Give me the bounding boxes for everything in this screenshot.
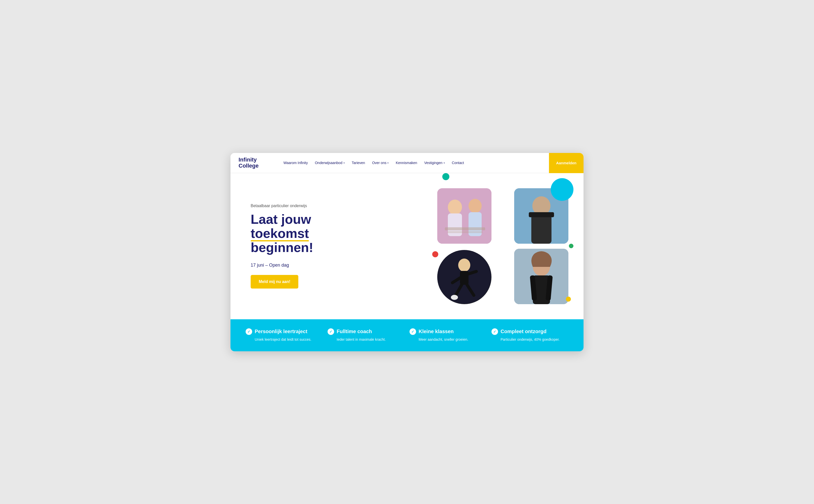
dot-green: [569, 244, 574, 248]
nav-item-contact[interactable]: Contact: [450, 159, 467, 167]
feature-fulltime-title: ✓ Fulltime coach: [327, 328, 404, 335]
nav-link-waarom[interactable]: Waarom Infinity: [281, 159, 310, 167]
svg-rect-10: [529, 212, 554, 217]
svg-point-18: [451, 295, 458, 300]
hero-images: [437, 188, 568, 304]
logo-line1: Infinity: [238, 157, 269, 163]
nav-link-vestigingen[interactable]: Vestigingen ▾: [422, 159, 447, 167]
check-icon-2: ✓: [327, 328, 334, 335]
nav-link-kennismaken[interactable]: Kennismaken: [393, 159, 420, 167]
hero-title-part2: beginnen!: [251, 240, 313, 255]
hero-image-students-studying: [437, 188, 492, 244]
nav-link-overons[interactable]: Over ons ▾: [370, 159, 391, 167]
svg-point-1: [448, 200, 462, 215]
nav-item-overons[interactable]: Over ons ▾: [370, 159, 391, 167]
feature-kleine-label: Kleine klassen: [419, 329, 454, 334]
feature-compleet-title: ✓ Compleet ontzorgd: [492, 328, 568, 335]
navbar: Infinity College Waarom Infinity Onderwi…: [230, 153, 584, 173]
feature-fulltime-label: Fulltime coach: [337, 329, 372, 334]
hero-title-underline: toekomst: [251, 226, 309, 240]
logo-line2: College: [238, 163, 269, 169]
hero-cta-button[interactable]: Meld mij nu aan!: [251, 275, 298, 289]
dot-yellow: [566, 297, 571, 302]
feature-persoonlijk-label: Persoonlijk leertraject: [255, 329, 307, 334]
hero-image-dancing-girl: [437, 250, 492, 304]
feature-kleine: ✓ Kleine klassen Meer aandacht, sneller …: [410, 328, 487, 342]
nav-item-onderwijs[interactable]: Onderwijsaanbod ▾: [312, 159, 347, 167]
dot-cyan: [551, 178, 574, 201]
browser-frame: Infinity College Waarom Infinity Onderwi…: [230, 153, 584, 351]
feature-persoonlijk-title: ✓ Persoonlijk leertraject: [246, 328, 322, 335]
feature-compleet: ✓ Compleet ontzorgd Particulier onderwij…: [492, 328, 568, 342]
nav-link-onderwijs[interactable]: Onderwijsaanbod ▾: [312, 159, 347, 167]
nav-item-vestigingen[interactable]: Vestigingen ▾: [422, 159, 447, 167]
feature-fulltime-desc: Ieder talent in maximale kracht.: [327, 337, 404, 342]
check-icon-3: ✓: [410, 328, 416, 335]
feature-persoonlijk-desc: Uniek leertraject dat leidt tot succes.: [246, 337, 322, 342]
svg-rect-5: [445, 227, 485, 230]
check-icon-4: ✓: [492, 328, 498, 335]
feature-compleet-desc: Particulier onderwijs, 40% goedkoper.: [492, 337, 568, 342]
chevron-down-icon-2: ▾: [387, 162, 388, 164]
hero-title: Laat jouw toekomst beginnen!: [251, 212, 361, 255]
feature-fulltime: ✓ Fulltime coach Ieder talent in maximal…: [327, 328, 404, 342]
hero-section: Betaalbaar particulier onderwijs Laat jo…: [230, 173, 584, 319]
feature-kleine-title: ✓ Kleine klassen: [410, 328, 487, 335]
nav-item-waarom[interactable]: Waarom Infinity: [281, 159, 310, 167]
hero-event: 17 juni – Open dag: [251, 263, 361, 268]
hero-subtitle: Betaalbaar particulier onderwijs: [251, 204, 361, 208]
feature-kleine-desc: Meer aandacht, sneller groeien.: [410, 337, 487, 342]
svg-rect-0: [437, 188, 492, 244]
chevron-down-icon: ▾: [343, 162, 345, 164]
check-icon-1: ✓: [246, 328, 252, 335]
svg-rect-9: [531, 215, 552, 244]
svg-rect-6: [447, 231, 483, 233]
nav-link-contact[interactable]: Contact: [450, 159, 467, 167]
features-bar: ✓ Persoonlijk leertraject Uniek leertraj…: [230, 319, 584, 351]
feature-persoonlijk: ✓ Persoonlijk leertraject Uniek leertraj…: [246, 328, 322, 342]
nav-item-tarieven[interactable]: Tarieven: [349, 159, 368, 167]
nav-item-kennismaken[interactable]: Kennismaken: [393, 159, 420, 167]
svg-point-12: [458, 259, 470, 272]
chevron-down-icon-3: ▾: [444, 162, 445, 164]
hero-left: Betaalbaar particulier onderwijs Laat jo…: [251, 204, 361, 289]
aanmelden-button[interactable]: Aanmelden: [549, 153, 584, 173]
hero-image-girl-portrait: [514, 249, 568, 304]
nav-link-tarieven[interactable]: Tarieven: [349, 159, 368, 167]
dot-teal: [442, 173, 450, 180]
logo[interactable]: Infinity College: [238, 157, 269, 169]
feature-compleet-label: Compleet ontzorgd: [501, 329, 547, 334]
nav-links: Waarom Infinity Onderwijsaanbod ▾ Tariev…: [281, 159, 576, 167]
hero-title-part1: Laat jouw: [251, 212, 311, 227]
svg-point-3: [469, 199, 482, 213]
dot-red: [432, 251, 438, 257]
